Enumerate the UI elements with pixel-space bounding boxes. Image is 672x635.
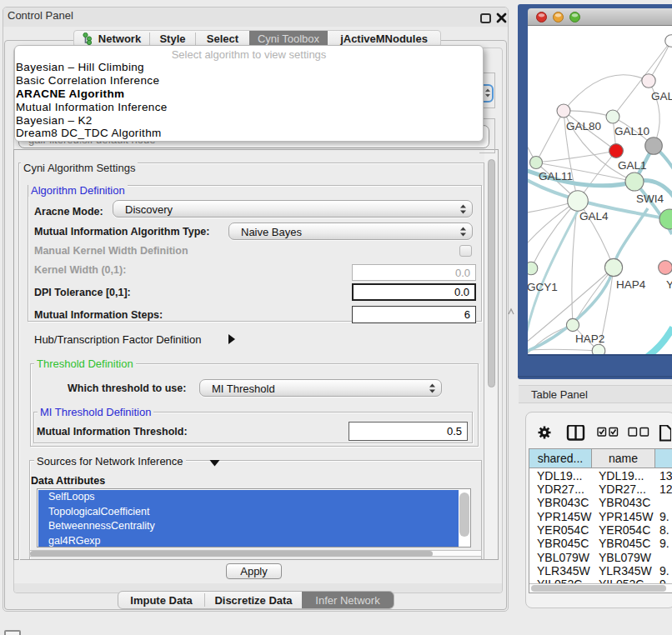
svg-text:SWI4: SWI4: [636, 192, 664, 205]
svg-text:GAL11: GAL11: [539, 170, 573, 182]
svg-text:GCY1: GCY1: [528, 281, 558, 293]
svg-text:GAL10: GAL10: [614, 125, 649, 138]
svg-text:GAL80: GAL80: [566, 120, 601, 132]
svg-text:GAL: GAL: [651, 90, 672, 102]
svg-text:HAP2: HAP2: [575, 332, 604, 345]
svg-text:Y: Y: [666, 278, 672, 291]
svg-text:GAL1: GAL1: [618, 159, 647, 172]
svg-text:GAL4: GAL4: [579, 210, 609, 222]
svg-text:HAP4: HAP4: [616, 278, 646, 291]
